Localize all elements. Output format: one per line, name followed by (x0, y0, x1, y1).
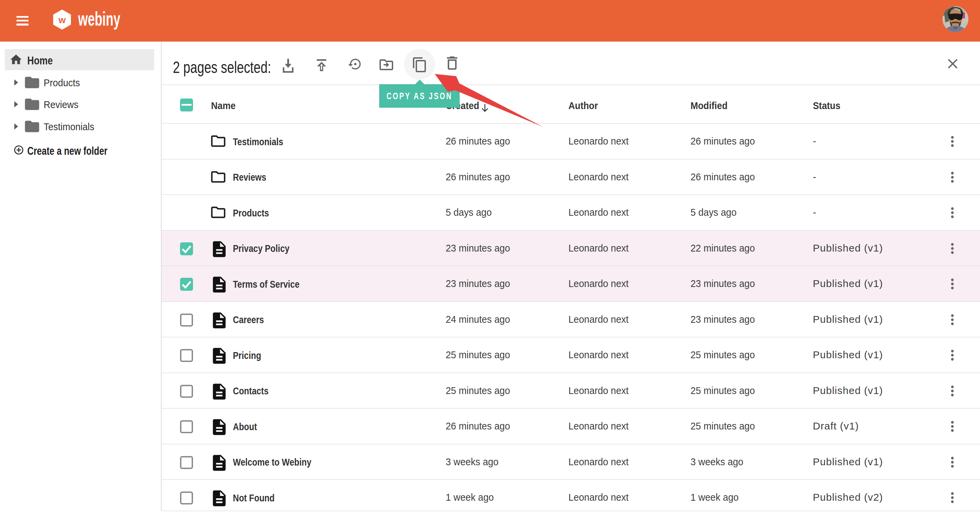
svg-text:w: w (58, 15, 66, 25)
